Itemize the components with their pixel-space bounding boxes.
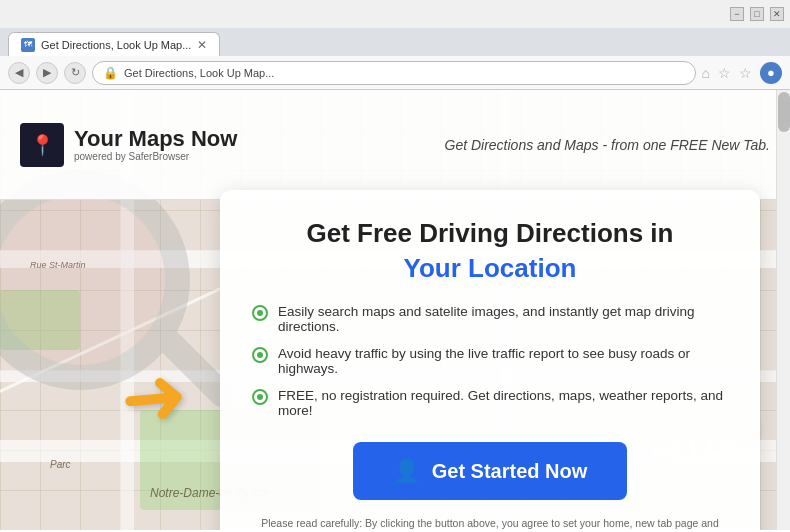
title-bar: − □ ✕ [0, 0, 790, 28]
address-bar[interactable]: 🔒 Get Directions, Look Up Map... [92, 61, 696, 85]
main-card: Get Free Driving Directions in Your Loca… [220, 190, 760, 530]
header-tagline: Get Directions and Maps - from one FREE … [445, 137, 771, 153]
arrow-decoration: ➜ [116, 347, 191, 445]
bookmark-icon[interactable]: ☆ [739, 65, 752, 81]
nav-bar: ◀ ▶ ↻ 🔒 Get Directions, Look Up Map... ⌂… [0, 56, 790, 90]
feature-text-3: FREE, no registration required. Get dire… [278, 388, 728, 418]
site-header: 📍 Your Maps Now powered by SaferBrowser … [0, 90, 790, 200]
cta-icon: 👤 [393, 458, 420, 484]
feature-list: Easily search maps and satelite images, … [252, 304, 728, 418]
minimize-button[interactable]: − [730, 7, 744, 21]
scrollbar[interactable] [776, 90, 790, 530]
tab-bar: 🗺 Get Directions, Look Up Map... ✕ [0, 28, 790, 56]
card-title: Get Free Driving Directions in [252, 218, 728, 249]
page-content: Notre-Dame-de-Grâce Parc Rue St-Martin D… [0, 90, 790, 530]
check-icon-1 [252, 305, 268, 325]
refresh-button[interactable]: ↻ [64, 62, 86, 84]
active-tab[interactable]: 🗺 Get Directions, Look Up Map... ✕ [8, 32, 220, 56]
feature-item-3: FREE, no registration required. Get dire… [252, 388, 728, 418]
home-icon[interactable]: ⌂ [702, 65, 710, 81]
feature-text-2: Avoid heavy traffic by using the live tr… [278, 346, 728, 376]
bookmark-star-icon[interactable]: ☆ [718, 65, 731, 81]
cta-area: 👤 Get Started Now [252, 442, 728, 500]
svg-point-5 [257, 394, 263, 400]
browser-icons: ⌂ ☆ ☆ ● [702, 62, 782, 84]
logo-powered-by: powered by SaferBrowser [74, 151, 237, 162]
card-subtitle: Your Location [252, 253, 728, 284]
back-button[interactable]: ◀ [8, 62, 30, 84]
close-button[interactable]: ✕ [770, 7, 784, 21]
get-started-button[interactable]: 👤 Get Started Now [353, 442, 628, 500]
logo-area: 📍 Your Maps Now powered by SaferBrowser [20, 123, 237, 167]
logo-name: Your Maps Now [74, 127, 237, 151]
cta-label: Get Started Now [432, 460, 588, 483]
svg-point-1 [257, 310, 263, 316]
logo-pin-icon: 📍 [30, 133, 55, 157]
tab-favicon: 🗺 [21, 38, 35, 52]
scrollbar-thumb[interactable] [778, 92, 790, 132]
logo-icon: 📍 [20, 123, 64, 167]
browser-window: − □ ✕ 🗺 Get Directions, Look Up Map... ✕… [0, 0, 790, 530]
tab-title: Get Directions, Look Up Map... [41, 39, 191, 51]
feature-item-2: Avoid heavy traffic by using the live tr… [252, 346, 728, 376]
check-icon-3 [252, 389, 268, 409]
maximize-button[interactable]: □ [750, 7, 764, 21]
map-label-2: Parc [50, 459, 71, 470]
feature-item-1: Easily search maps and satelite images, … [252, 304, 728, 334]
feature-text-1: Easily search maps and satelite images, … [278, 304, 728, 334]
tab-close-icon[interactable]: ✕ [197, 38, 207, 52]
svg-point-3 [257, 352, 263, 358]
menu-icon[interactable]: ● [760, 62, 782, 84]
logo-text: Your Maps Now powered by SaferBrowser [74, 127, 237, 162]
disclaimer-body: Please read carefully: By clicking the b… [253, 517, 719, 530]
check-icon-2 [252, 347, 268, 367]
disclaimer-text: Please read carefully: By clicking the b… [252, 516, 728, 530]
address-text: Get Directions, Look Up Map... [124, 67, 685, 79]
forward-button[interactable]: ▶ [36, 62, 58, 84]
